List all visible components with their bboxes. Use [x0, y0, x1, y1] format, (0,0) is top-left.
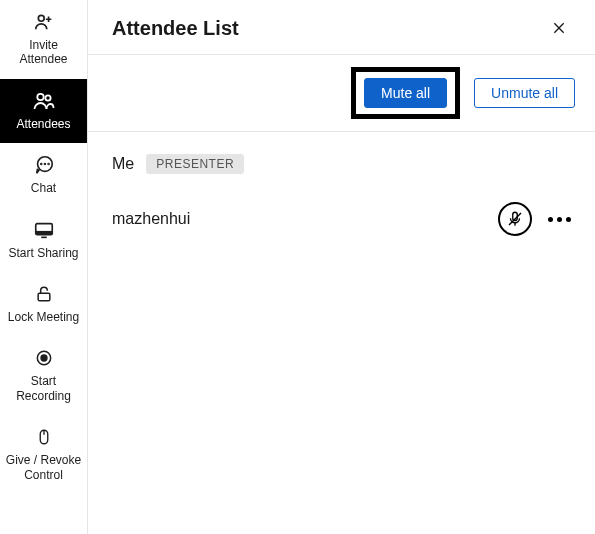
presenter-badge: PRESENTER — [146, 154, 244, 174]
sidebar-item-attendees[interactable]: Attendees — [0, 79, 87, 143]
panel-header: Attendee List — [88, 0, 595, 55]
more-options-button[interactable] — [548, 217, 571, 222]
sidebar-item-label: Start Sharing — [8, 246, 78, 260]
sidebar-item-label: Give / Revoke Control — [4, 453, 83, 482]
attendee-row: Me PRESENTER — [88, 140, 595, 188]
highlight-mute-all: Mute all — [351, 67, 460, 119]
svg-point-10 — [41, 355, 47, 361]
svg-rect-7 — [35, 230, 52, 234]
sidebar-item-label: Invite Attendee — [4, 38, 83, 67]
svg-point-2 — [45, 95, 50, 100]
attendee-name: mazhenhui — [112, 210, 190, 228]
sidebar-item-invite-attendee[interactable]: Invite Attendee — [0, 0, 87, 79]
main-panel: Attendee List Mute all Unmute all Me PRE… — [88, 0, 595, 534]
users-icon — [32, 89, 56, 113]
sidebar-item-label: Attendees — [16, 117, 70, 131]
sidebar-item-label: Lock Meeting — [8, 310, 79, 324]
dots-icon — [548, 217, 553, 222]
mic-muted-icon — [506, 210, 524, 228]
record-icon — [34, 346, 54, 370]
lock-icon — [34, 282, 54, 306]
user-plus-icon — [33, 10, 55, 34]
chat-icon — [33, 153, 55, 177]
mouse-icon — [35, 425, 53, 449]
sidebar-item-label: Chat — [31, 181, 56, 195]
svg-rect-8 — [38, 293, 50, 301]
svg-point-3 — [40, 164, 41, 165]
sidebar-item-give-revoke-control[interactable]: Give / Revoke Control — [0, 415, 87, 494]
svg-point-1 — [37, 94, 43, 100]
page-title: Attendee List — [112, 17, 239, 40]
bulk-actions-bar: Mute all Unmute all — [88, 55, 595, 132]
share-screen-icon — [33, 218, 55, 242]
attendee-row: mazhenhui — [88, 188, 595, 250]
mute-all-button[interactable]: Mute all — [364, 78, 447, 108]
sidebar-item-label: Start Recording — [4, 374, 83, 403]
attendee-row-actions — [498, 202, 571, 236]
sidebar-item-chat[interactable]: Chat — [0, 143, 87, 207]
sidebar: Invite Attendee Attendees Chat — [0, 0, 88, 534]
svg-point-0 — [38, 15, 44, 21]
mic-muted-button[interactable] — [498, 202, 532, 236]
svg-point-5 — [48, 164, 49, 165]
sidebar-item-lock-meeting[interactable]: Lock Meeting — [0, 272, 87, 336]
close-icon — [551, 20, 567, 36]
svg-point-4 — [44, 164, 45, 165]
attendee-list: Me PRESENTER mazhenhui — [88, 132, 595, 258]
sidebar-item-start-sharing[interactable]: Start Sharing — [0, 208, 87, 272]
close-button[interactable] — [547, 16, 571, 40]
unmute-all-button[interactable]: Unmute all — [474, 78, 575, 108]
attendee-name: Me — [112, 155, 134, 173]
sidebar-item-start-recording[interactable]: Start Recording — [0, 336, 87, 415]
